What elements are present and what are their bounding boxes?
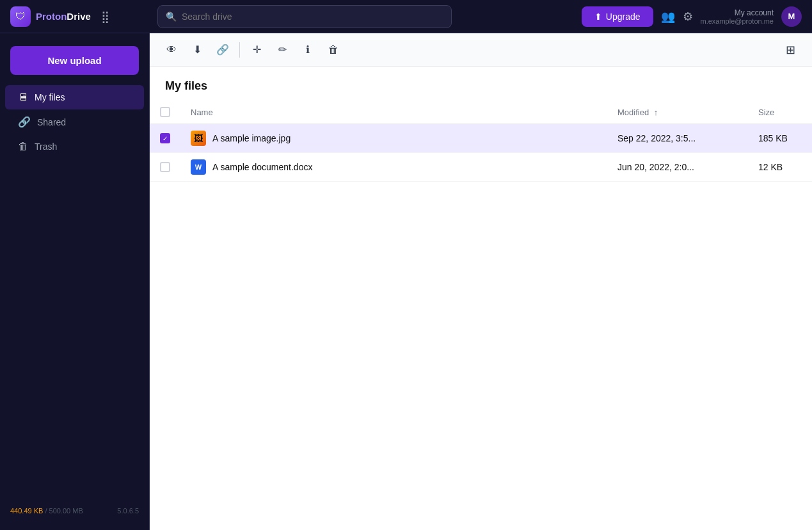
table-header: Name Modified ↑ Size — [150, 100, 812, 124]
row-checkbox-cell[interactable]: ✓ — [150, 124, 180, 153]
storage-total: / 500.00 MB — [45, 507, 83, 515]
logo-drive: Drive — [67, 11, 91, 22]
info-button[interactable]: ℹ — [296, 38, 319, 61]
col-name-header[interactable]: Name — [180, 100, 607, 124]
version-label: 5.0.6.5 — [117, 507, 139, 515]
select-all-header[interactable] — [150, 100, 180, 124]
settings-icon[interactable]: ⚙ — [683, 10, 693, 24]
rename-button[interactable]: ✏ — [271, 38, 294, 61]
file-icon-docx: W — [191, 159, 206, 175]
view-button[interactable]: 👁 — [160, 38, 183, 61]
search-input[interactable] — [182, 12, 443, 22]
search-bar[interactable]: 🔍 — [157, 5, 452, 28]
move-button[interactable]: ✛ — [245, 38, 268, 61]
sidebar-item-trash-label: Trash — [35, 141, 57, 152]
upgrade-button[interactable]: ⬆ Upgrade — [582, 6, 653, 27]
row-checkbox[interactable] — [160, 162, 170, 172]
apps-grid-icon[interactable]: ⣿ — [101, 10, 109, 24]
sidebar-item-trash[interactable]: 🗑 Trash — [5, 134, 144, 159]
grid-view-button[interactable]: ⊞ — [779, 38, 802, 61]
row-name-cell: 🖼 A sample image.jpg — [180, 124, 607, 153]
avatar[interactable]: M — [781, 6, 802, 27]
select-all-checkbox[interactable] — [160, 107, 170, 117]
storage-info: 440.49 KB / 500.00 MB — [10, 507, 83, 515]
shared-icon: 🔗 — [18, 116, 31, 128]
row-checkbox-cell[interactable] — [150, 153, 180, 182]
proton-logo-icon: 🛡 — [10, 6, 31, 27]
col-size-header[interactable]: Size — [748, 100, 812, 124]
content-area: 👁 ⬇ 🔗 ✛ ✏ ℹ 🗑 ⊞ My files — [150, 33, 812, 530]
contacts-icon[interactable]: 👥 — [661, 10, 675, 24]
header: 🛡 ProtonDrive ⣿ 🔍 ⬆ Upgrade 👥 ⚙ My accou… — [0, 0, 812, 33]
header-actions: ⬆ Upgrade 👥 ⚙ My account m.example@proto… — [582, 6, 802, 27]
upgrade-icon: ⬆ — [594, 12, 602, 22]
file-list-header: My files — [150, 67, 812, 100]
delete-button[interactable]: 🗑 — [322, 38, 345, 61]
sidebar-item-shared-label: Shared — [37, 117, 66, 127]
sidebar-item-shared[interactable]: 🔗 Shared — [5, 109, 144, 134]
new-upload-button[interactable]: New upload — [10, 46, 139, 75]
file-list: My files Name Modified ↑ — [150, 67, 812, 530]
user-name: My account — [735, 8, 774, 17]
toolbar-right: ⊞ — [779, 38, 802, 61]
upgrade-label: Upgrade — [606, 12, 641, 22]
row-modified-cell: Sep 22, 2022, 3:5... — [607, 124, 748, 153]
my-files-icon: 🖥 — [18, 92, 28, 103]
logo-area: 🛡 ProtonDrive ⣿ — [10, 6, 157, 27]
table-body: ✓ 🖼 A sample image.jpg Sep 22, 2022, 3:5… — [150, 124, 812, 182]
search-icon: 🔍 — [166, 12, 177, 22]
table-row[interactable]: W A sample document.docx Jun 20, 2022, 2… — [150, 153, 812, 182]
row-checkbox[interactable]: ✓ — [160, 133, 170, 143]
file-name: A sample document.docx — [212, 162, 312, 172]
link-button[interactable]: 🔗 — [211, 38, 234, 61]
sidebar: New upload 🖥 My files 🔗 Shared 🗑 Trash 4… — [0, 33, 150, 530]
row-modified-cell: Jun 20, 2022, 2:0... — [607, 153, 748, 182]
sidebar-footer: 440.49 KB / 500.00 MB 5.0.6.5 — [0, 499, 149, 522]
sort-arrow-icon: ↑ — [654, 108, 658, 117]
logo-text: ProtonDrive — [36, 11, 91, 22]
file-name: A sample image.jpg — [212, 133, 291, 143]
toolbar-divider — [239, 42, 240, 58]
user-email: m.example@proton.me — [701, 17, 774, 25]
row-size-cell: 12 KB — [748, 153, 812, 182]
storage-used: 440.49 KB — [10, 507, 43, 515]
file-table: Name Modified ↑ Size — [150, 100, 812, 182]
table-row[interactable]: ✓ 🖼 A sample image.jpg Sep 22, 2022, 3:5… — [150, 124, 812, 153]
file-toolbar: 👁 ⬇ 🔗 ✛ ✏ ℹ 🗑 ⊞ — [150, 33, 812, 67]
row-size-cell: 185 KB — [748, 124, 812, 153]
page-title: My files — [165, 79, 797, 93]
sidebar-item-my-files-label: My files — [35, 92, 65, 102]
trash-icon: 🗑 — [18, 141, 28, 152]
user-info: My account m.example@proton.me — [701, 8, 774, 25]
col-modified-header[interactable]: Modified ↑ — [607, 100, 748, 124]
sidebar-item-my-files[interactable]: 🖥 My files — [5, 85, 144, 109]
download-button[interactable]: ⬇ — [186, 38, 209, 61]
logo-proton: Proton — [36, 11, 67, 22]
file-icon-jpg: 🖼 — [191, 131, 206, 146]
main-layout: New upload 🖥 My files 🔗 Shared 🗑 Trash 4… — [0, 33, 812, 530]
row-name-cell: W A sample document.docx — [180, 153, 607, 182]
